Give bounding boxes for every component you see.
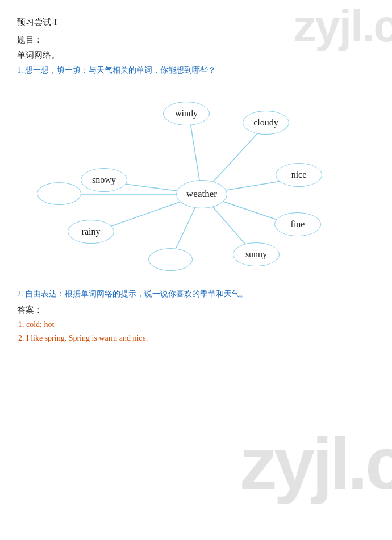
question2: 2. 自由表达：根据单词网络的提示，说一说你喜欢的季节和天气。 (17, 289, 375, 299)
node-empty-bottom (148, 248, 193, 271)
question1: 1. 想一想，填一填：与天气相关的单词，你能想到哪些？ (17, 65, 375, 76)
node-windy: windy (163, 102, 210, 125)
page-title: 预习尝试-I (17, 17, 375, 28)
answer2: 2. I like spring. Spring is warm and nic… (18, 334, 375, 343)
node-fine: fine (274, 212, 321, 236)
page-content: 预习尝试-I 题目： 单词网络。 1. 想一想，填一填：与天气相关的单词，你能想… (0, 0, 392, 359)
node-snowy: snowy (81, 168, 127, 192)
node-empty-left (37, 182, 81, 205)
node-sunny: sunny (233, 242, 280, 266)
node-cloudy: cloudy (243, 111, 289, 135)
answer-label: 答案： (17, 305, 375, 316)
node-rainy: rainy (68, 220, 114, 244)
section-label: 题目： (17, 35, 375, 45)
node-center: weather (176, 180, 227, 208)
answer1: 1. cold; hot (18, 320, 375, 329)
section-desc: 单词网络。 (17, 50, 375, 61)
word-network: weather windy cloudy nice fine sunny rai… (37, 85, 355, 278)
node-nice: nice (276, 163, 322, 187)
watermark-bottom: zyjl.c (240, 421, 392, 506)
